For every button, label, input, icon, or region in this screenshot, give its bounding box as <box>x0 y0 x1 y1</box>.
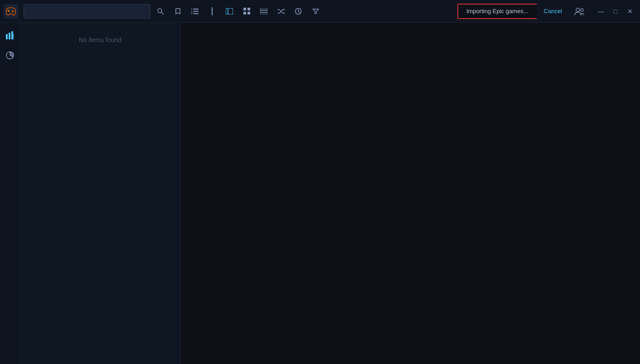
sidebar-item-stats[interactable] <box>2 47 18 63</box>
window-controls: — □ ✕ <box>595 5 636 18</box>
list-view-button[interactable] <box>188 4 202 19</box>
cancel-button[interactable]: Cancel <box>537 4 569 19</box>
svg-rect-24 <box>260 13 267 15</box>
titlebar: Importing Epic games... Cancel — □ ✕ <box>0 0 640 23</box>
sidebar <box>0 23 20 364</box>
svg-point-5 <box>12 12 13 13</box>
game-list-panel: No items found <box>20 23 181 364</box>
detail-list-button[interactable] <box>257 4 271 19</box>
svg-rect-18 <box>243 8 246 10</box>
sidebar-item-library[interactable] <box>2 27 18 44</box>
search-box[interactable] <box>24 4 150 19</box>
filter-button[interactable] <box>308 4 323 19</box>
svg-rect-15 <box>212 7 213 15</box>
bookmark-button[interactable] <box>170 4 185 19</box>
svg-rect-10 <box>191 9 192 10</box>
svg-rect-22 <box>260 8 267 10</box>
main-layout: No items found <box>0 23 640 364</box>
svg-rect-23 <box>260 10 267 12</box>
svg-rect-21 <box>247 12 250 15</box>
svg-rect-16 <box>226 8 233 15</box>
svg-rect-20 <box>243 12 246 15</box>
shuffle-button[interactable] <box>274 4 288 19</box>
svg-rect-0 <box>4 4 18 19</box>
close-button[interactable]: ✕ <box>624 5 636 18</box>
svg-rect-33 <box>9 33 10 39</box>
panel-toggle-button[interactable] <box>222 4 237 19</box>
svg-rect-11 <box>193 11 199 12</box>
svg-point-30 <box>576 8 580 12</box>
svg-rect-14 <box>191 13 192 14</box>
friends-button[interactable] <box>572 4 587 19</box>
search-button[interactable] <box>153 4 168 19</box>
maximize-button[interactable]: □ <box>609 5 622 18</box>
svg-rect-12 <box>191 11 192 12</box>
import-status-area: Importing Epic games... Cancel <box>457 4 569 19</box>
svg-point-31 <box>581 9 583 11</box>
svg-point-3 <box>12 10 13 11</box>
app-logo <box>4 4 18 19</box>
svg-rect-19 <box>247 8 250 10</box>
search-input[interactable] <box>28 8 146 15</box>
svg-line-29 <box>298 11 300 12</box>
svg-rect-13 <box>193 13 199 14</box>
minimize-button[interactable]: — <box>595 5 607 18</box>
main-content <box>181 23 640 364</box>
svg-point-6 <box>11 11 12 12</box>
importing-status: Importing Epic games... <box>457 4 537 19</box>
svg-rect-35 <box>13 34 14 39</box>
svg-rect-9 <box>193 9 199 10</box>
recent-button[interactable] <box>291 4 305 19</box>
svg-line-8 <box>161 12 164 15</box>
separator-button[interactable] <box>205 4 219 19</box>
svg-point-4 <box>13 11 14 12</box>
grid-view-button[interactable] <box>239 4 254 19</box>
svg-rect-32 <box>6 34 8 39</box>
svg-rect-34 <box>11 31 13 39</box>
no-items-text: No items found <box>79 36 121 44</box>
